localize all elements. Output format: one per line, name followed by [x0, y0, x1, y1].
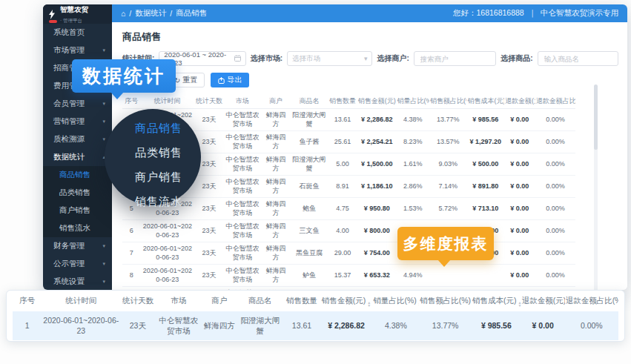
sidebar-item[interactable]: 品类销售 — [43, 184, 112, 202]
table-cell: 0.00% — [535, 109, 575, 131]
sidebar-item-label: 商户销售 — [59, 205, 90, 216]
column-header[interactable]: 销售成本(元)▲▼ — [466, 94, 503, 109]
table-cell: 鲜海四方 — [202, 311, 237, 340]
lens-menu-item[interactable]: 商品销售 — [105, 116, 201, 140]
market-select[interactable]: 选择市场 ▾ — [287, 51, 372, 66]
table-cell: ¥ 0.00 — [521, 311, 565, 340]
sidebar-item[interactable]: 公示管理▾ — [43, 255, 112, 273]
table-cell: 8.23% — [397, 131, 429, 153]
column-header[interactable]: 销售成本(元)▲▼ — [472, 291, 521, 311]
breadcrumb-section[interactable]: 数据统计 — [135, 8, 166, 19]
table-cell: 阳澄湖大闸蟹 — [237, 311, 283, 340]
table-cell: 中仑智慧农贸市场 — [224, 109, 261, 131]
sort-icon[interactable]: ▲▼ — [367, 301, 371, 307]
column-header[interactable]: 销售额占比(%)▲▼ — [419, 291, 472, 311]
chevron-down-icon: ▾ — [364, 55, 368, 62]
merchant-input-label: 选择商户: — [377, 53, 409, 64]
lens-menu-item[interactable]: 商户销售 — [105, 165, 201, 189]
sidebar-menu-top: 系统首页市场管理▾招商管理▾费用管理▾会员管理▾营销管理▾质检溯源▾数据统计▴ — [43, 24, 112, 166]
sidebar-item-label: 系统首页 — [53, 27, 85, 38]
sidebar-item[interactable]: 系统首页 — [43, 24, 112, 42]
sidebar-item[interactable]: 财务管理▾ — [43, 237, 112, 255]
sidebar-item[interactable]: 市场管理▾ — [43, 42, 112, 59]
logo-subtitle: · 管理平台 — [60, 18, 82, 23]
merchant-search-field — [414, 51, 496, 66]
merchant-search-input[interactable] — [419, 54, 491, 64]
column-header[interactable]: 退款金额占比(%)▲▼ — [535, 94, 575, 109]
table-cell: 4.75 — [328, 198, 357, 220]
table-cell: 鲍鱼 — [291, 198, 328, 220]
product-search-input[interactable] — [543, 54, 613, 64]
table-cell: 石斑鱼 — [291, 176, 328, 198]
column-header[interactable]: 退款金额(元)▲▼ — [504, 94, 535, 109]
sidebar-item-label: 销售流水 — [59, 223, 90, 234]
market-select-placeholder: 选择市场 — [292, 54, 361, 64]
table-cell: 5.72% — [429, 198, 466, 220]
column-header[interactable]: 销售金额(元)▲▼ — [357, 94, 397, 109]
table-cell: 4.38% — [372, 311, 419, 340]
table-cell: 4.38% — [397, 109, 429, 131]
table-cell: 1.61% — [397, 153, 429, 176]
table-cell: 中仑智慧农贸市场 — [224, 220, 261, 242]
sidebar-item[interactable]: 商品销售 — [43, 166, 112, 184]
table-cell: 鲜海四方 — [261, 109, 291, 131]
table-cell: 4.94% — [397, 265, 429, 287]
lens-menu-item[interactable]: 品类销售 — [105, 140, 201, 165]
table-cell: ¥ 0.00 — [504, 109, 535, 131]
table-cell: 13.61 — [283, 311, 320, 340]
table-cell: 1 — [13, 311, 42, 340]
table-cell: ¥ 950.80 — [357, 198, 397, 220]
table-cell: 4.00 — [328, 220, 357, 242]
user-info: 您好：16816816888 ｜ 中仑智慧农贸演示专用 — [453, 8, 618, 19]
sidebar-item[interactable]: 系统设置▾ — [43, 273, 112, 290]
table-cell: 2020-06-01~2020-06-23 — [140, 265, 194, 287]
user-greeting[interactable]: 您好：16816816888 — [453, 8, 524, 19]
sort-icon[interactable]: ▲▼ — [518, 301, 521, 307]
table-cell: 2020-06-01~2020-06-23 — [140, 242, 194, 265]
table-row[interactable]: 82020-06-01~2020-06-2323天中仑智慧农贸市场鲜海四方鲈鱼1… — [122, 265, 575, 287]
sidebar-item[interactable]: 数据统计▴ — [43, 148, 112, 166]
lens-menu-item[interactable]: 销售流水 — [105, 189, 201, 214]
calendar-icon — [234, 55, 241, 63]
table-header-row: 序号统计时间统计天数市场商户商品名销售数量销售金额(元)▲▼销量占比(%)▲▼销… — [13, 291, 618, 311]
table-cell: 7 — [122, 242, 140, 265]
home-icon[interactable]: ⌂ — [121, 9, 125, 18]
table-cell: 中仑智慧农贸市场 — [224, 176, 261, 198]
sidebar-item[interactable]: 营销管理▾ — [43, 113, 112, 130]
table-cell: 1.53% — [397, 198, 429, 220]
product-search-field — [538, 51, 618, 66]
table-cell: 2020-06-01~2020-06-23 — [140, 220, 194, 242]
table-row[interactable]: 62020-06-01~2020-06-2323天中仑智慧农贸市场鲜海四方三文鱼… — [122, 220, 575, 242]
sidebar-item[interactable]: 会员管理▾ — [43, 95, 112, 113]
logo-icon — [47, 10, 57, 19]
page-title: 商品销售 — [122, 30, 618, 44]
table-row[interactable]: 12020-06-01~2020-06-2323天中仑智慧农贸市场鲜海四方阳澄湖… — [13, 311, 618, 340]
column-header[interactable]: 销量占比(%)▲▼ — [397, 94, 429, 109]
logo-text: 智慧农贸 — [60, 5, 88, 13]
column-header[interactable]: 销售金额(元)▲▼ — [320, 291, 373, 311]
table-cell: 鲜海四方 — [261, 131, 291, 153]
chevron-down-icon: ▾ — [102, 47, 105, 53]
table-cell: 23天 — [194, 265, 224, 287]
topbar: ⌂ / 数据统计 / 商品销售 您好：16816816888 ｜ 中仑智慧农贸演… — [112, 4, 627, 22]
export-button[interactable]: 导出 — [211, 73, 249, 87]
sidebar-menu-bottom: 财务管理▾公示管理▾系统设置▾ — [43, 237, 112, 290]
table-cell: ¥ 0.00 — [504, 176, 535, 198]
chevron-down-icon: ▾ — [102, 261, 105, 267]
column-header[interactable]: 退款金额占比(%)▲▼ — [565, 291, 618, 311]
table-scrollbar[interactable] — [594, 85, 598, 290]
tenant-name[interactable]: 中仑智慧农贸演示专用 — [541, 8, 618, 19]
column-header[interactable]: 销售额占比(%)▲▼ — [429, 94, 466, 109]
table-row[interactable]: 72020-06-01~2020-06-2323天中仑智慧农贸市场鲜海四方黑鱼豆… — [122, 242, 575, 265]
sidebar-item[interactable]: 销售流水 — [43, 219, 112, 237]
table-cell: 23天 — [194, 220, 224, 242]
product-input-label: 选择商品: — [500, 53, 532, 64]
column-header[interactable]: 退款金额(元)▲▼ — [521, 291, 565, 311]
table-cell: 中仑智慧农贸市场 — [224, 153, 261, 176]
table-cell: 中仑智慧农贸市场 — [224, 242, 261, 265]
column-header[interactable]: 销量占比(%)▲▼ — [372, 291, 419, 311]
table-cell: 中仑智慧农贸市场 — [155, 311, 202, 340]
sidebar-item[interactable]: 质检溯源▾ — [43, 130, 112, 148]
scrollbar-thumb[interactable] — [594, 85, 598, 150]
sidebar-item[interactable]: 商户销售 — [43, 202, 112, 219]
